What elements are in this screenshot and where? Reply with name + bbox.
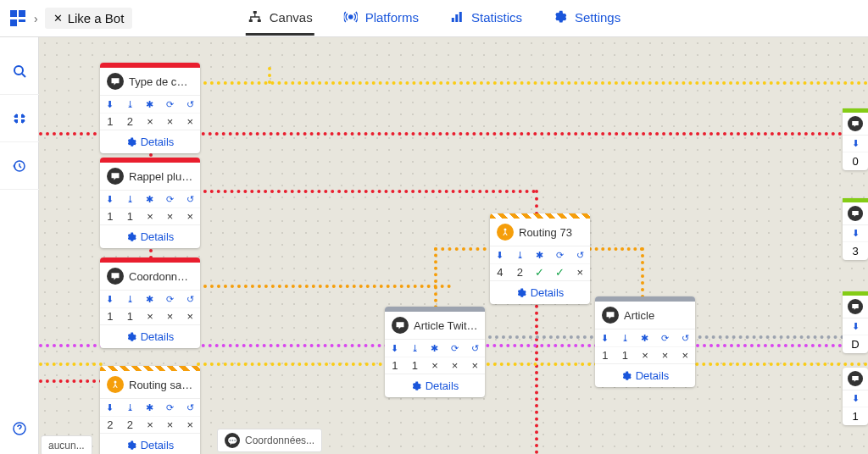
details-button[interactable]: Details xyxy=(490,280,590,304)
svg-point-11 xyxy=(504,229,507,231)
tab-label: Settings xyxy=(575,10,620,25)
svg-point-7 xyxy=(14,66,23,75)
canvas-area[interactable]: Type de cont... ⬇⤓✱⟳↺12××× Details Rappe… xyxy=(39,37,868,454)
node-stats: ⬇⤓✱⟳↺11××× xyxy=(100,290,200,324)
message-icon: 💬 xyxy=(225,433,240,448)
wire xyxy=(535,190,538,215)
node-title: Type de cont... xyxy=(129,75,193,88)
rail-search[interactable] xyxy=(0,47,39,95)
details-button[interactable]: Details xyxy=(385,374,485,397)
svg-rect-6 xyxy=(459,12,462,22)
home-icon[interactable] xyxy=(10,10,27,27)
node-stats: ⬇⤓✱⟳↺11××× xyxy=(595,329,695,363)
node-header: Rappel plus t... xyxy=(100,163,200,190)
node-header: Article xyxy=(595,302,695,329)
node-stats: ⬇⤓✱⟳↺42✓✓× xyxy=(490,246,590,280)
tab-statistics[interactable]: Statistics xyxy=(448,1,524,36)
message-icon xyxy=(848,206,863,221)
node-partial[interactable]: ⬇ 0 xyxy=(843,108,868,170)
node-partial[interactable]: ⬇ 1 xyxy=(843,368,868,425)
node-partial[interactable]: ⬇ D xyxy=(843,291,868,353)
message-icon xyxy=(392,317,409,334)
node-header: Coordonnée ... xyxy=(100,263,200,290)
node-title: Coordonnée ... xyxy=(129,270,193,283)
node-title: Routing 73 xyxy=(519,226,572,239)
node-title: Rappel plus t... xyxy=(129,170,193,183)
svg-point-3 xyxy=(349,15,353,19)
node-partial[interactable]: ⬇ 3 xyxy=(843,198,868,260)
rail-help[interactable] xyxy=(0,412,39,446)
svg-rect-4 xyxy=(452,18,454,22)
wire xyxy=(197,363,868,366)
message-icon xyxy=(848,299,863,314)
message-icon xyxy=(602,307,619,324)
message-icon xyxy=(848,116,863,131)
tab-label: Statistics xyxy=(471,10,522,25)
chip[interactable]: aucun... xyxy=(41,435,92,454)
routing-icon xyxy=(107,376,124,393)
rail-collapse[interactable] xyxy=(0,95,39,142)
details-button[interactable]: Details xyxy=(100,324,200,348)
node-rappel[interactable]: Rappel plus t... ⬇⤓✱⟳↺11××× Details xyxy=(100,158,200,248)
tools-icon: ✕ xyxy=(53,12,63,25)
broadcast-icon xyxy=(343,9,359,25)
wire xyxy=(268,67,271,84)
details-button[interactable]: Details xyxy=(595,363,695,387)
routing-icon xyxy=(497,224,514,241)
tab-canvas[interactable]: Canvas xyxy=(246,1,314,36)
svg-rect-5 xyxy=(456,14,459,22)
tabs: Canvas Platforms Statistics Settings xyxy=(246,1,622,36)
message-icon xyxy=(107,268,124,285)
node-header: Type de cont... xyxy=(100,68,200,95)
message-icon xyxy=(848,371,863,386)
node-routing-saisi[interactable]: Routing saisi... ⬇⤓✱⟳↺22××× Details xyxy=(100,366,200,454)
rail-history[interactable] xyxy=(0,142,39,190)
svg-rect-0 xyxy=(253,11,257,14)
details-button[interactable]: Details xyxy=(100,433,200,454)
chevron-right-icon: › xyxy=(34,12,38,25)
chip[interactable]: 💬 Coordonnées... xyxy=(217,429,322,452)
wire xyxy=(39,379,103,383)
message-icon xyxy=(107,168,124,185)
node-routing73[interactable]: Routing 73 ⬇⤓✱⟳↺42✓✓× Details xyxy=(490,213,590,304)
sitemap-icon xyxy=(248,9,263,25)
node-coord1[interactable]: Coordonnée ... ⬇⤓✱⟳↺11××× Details xyxy=(100,257,200,348)
tab-settings[interactable]: Settings xyxy=(551,1,622,36)
node-stats: ⬇⤓✱⟳↺22××× xyxy=(100,398,200,433)
app-name-label: Like a Bot xyxy=(68,11,125,25)
left-rail xyxy=(0,37,39,454)
details-button[interactable]: Details xyxy=(100,130,200,153)
chart-icon xyxy=(449,9,465,25)
node-header: Article Twitter xyxy=(385,312,485,339)
tab-label: Canvas xyxy=(270,10,313,25)
node-stats: ⬇⤓✱⟳↺11××× xyxy=(385,339,485,374)
svg-point-10 xyxy=(114,381,117,384)
wire xyxy=(641,247,644,298)
wire xyxy=(197,190,536,193)
wire xyxy=(535,298,538,454)
wire xyxy=(588,247,643,251)
node-stats: ⬇⤓✱⟳↺12××× xyxy=(100,95,200,130)
wire xyxy=(434,247,493,251)
tab-platforms[interactable]: Platforms xyxy=(342,1,420,36)
header: › ✕ Like a Bot Canvas Platforms Statisti… xyxy=(0,0,868,37)
wire xyxy=(197,285,451,288)
node-title: Article Twitter xyxy=(414,319,478,332)
app-name[interactable]: ✕ Like a Bot xyxy=(45,8,133,29)
tab-label: Platforms xyxy=(365,10,419,25)
wire xyxy=(197,81,868,85)
wire xyxy=(39,363,103,366)
node-title: Routing saisi... xyxy=(129,379,193,391)
gear-icon xyxy=(553,9,568,25)
details-button[interactable]: Details xyxy=(100,224,200,248)
node-type[interactable]: Type de cont... ⬇⤓✱⟳↺12××× Details xyxy=(100,63,200,153)
message-icon xyxy=(107,73,124,90)
wire xyxy=(434,247,437,315)
svg-rect-1 xyxy=(249,19,253,22)
node-stats: ⬇⤓✱⟳↺11××× xyxy=(100,190,200,224)
breadcrumb: › ✕ Like a Bot xyxy=(10,8,132,29)
node-title: Article xyxy=(624,309,654,322)
node-articletw[interactable]: Article Twitter ⬇⤓✱⟳↺11××× Details xyxy=(385,307,485,397)
node-article[interactable]: Article ⬇⤓✱⟳↺11××× Details xyxy=(595,296,695,387)
node-header: Routing saisi... xyxy=(100,371,200,398)
